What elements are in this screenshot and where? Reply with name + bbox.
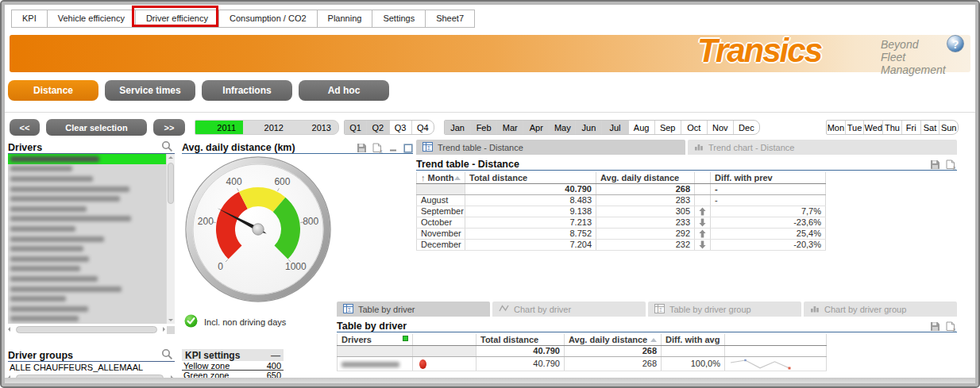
trend-month-cell[interactable]: December — [416, 240, 465, 250]
minimize-icon[interactable]: — — [271, 352, 280, 359]
month-nov[interactable]: Nov — [708, 121, 734, 134]
scroll-down-arrow-icon[interactable] — [168, 319, 173, 321]
day-thu[interactable]: Thu — [883, 121, 902, 134]
month-jul[interactable]: Jul — [602, 121, 628, 134]
driver-list-item[interactable] — [8, 214, 175, 225]
driver-list-item[interactable] — [8, 234, 175, 244]
service-times-button[interactable]: Service times — [105, 80, 195, 101]
driver-list-item[interactable] — [8, 314, 175, 325]
driver-list-item[interactable] — [8, 194, 175, 204]
quarter-q4[interactable]: Q4 — [412, 121, 434, 134]
month-oct[interactable]: Oct — [681, 121, 708, 134]
trend-avg-cell: 292 — [596, 229, 695, 239]
day-wed[interactable]: Wed — [864, 121, 883, 134]
tab-vehicle-efficiency[interactable]: Vehicle efficiency — [48, 10, 136, 28]
column-header-avg-daily-distance[interactable]: Avg. daily distance — [565, 334, 662, 345]
column-header-total-distance[interactable]: Total distance — [476, 334, 565, 345]
search-icon[interactable] — [161, 348, 173, 363]
tab-kpi[interactable]: KPI — [11, 10, 48, 28]
window-bottom-scrollbar[interactable] — [4, 378, 976, 384]
day-tue[interactable]: Tue — [846, 121, 865, 134]
driver-list-item[interactable] — [8, 224, 175, 234]
month-dec[interactable]: Dec — [734, 121, 759, 134]
tab-chart-by-driver-group[interactable]: Chart by driver group — [804, 302, 957, 317]
driver-list-item[interactable] — [8, 244, 175, 254]
tab-driver-efficiency[interactable]: Driver efficiency — [136, 10, 219, 28]
month-may[interactable]: May — [550, 121, 576, 134]
tab-chart-by-driver[interactable]: Chart by driver — [492, 302, 646, 317]
export-icon[interactable]: x — [946, 321, 957, 332]
export-icon[interactable]: x — [946, 159, 957, 170]
day-mon[interactable]: Mon — [827, 121, 846, 134]
help-icon[interactable]: ? — [947, 35, 964, 52]
month-aug[interactable]: Aug — [629, 121, 655, 134]
year-2012[interactable]: 2012 — [243, 121, 291, 134]
scrollbar-thumb[interactable] — [168, 163, 174, 204]
driver-list-item[interactable] — [8, 184, 175, 194]
driver-list-item[interactable] — [8, 254, 175, 264]
tab-table-by-driver-group[interactable]: ΣTable by driver group — [648, 302, 801, 317]
driver-group-item[interactable]: ALLE CHAUFFEURS_ALLEMAAL — [8, 362, 175, 372]
trend-month-cell[interactable] — [416, 184, 465, 194]
trend-month-cell[interactable]: August — [416, 195, 465, 206]
driver-list-item[interactable] — [8, 164, 175, 175]
ad-hoc-button[interactable]: Ad hoc — [299, 80, 389, 101]
driver-list-item[interactable] — [8, 154, 175, 164]
day-sat[interactable]: Sat — [921, 121, 940, 134]
day-sun[interactable]: Sun — [939, 121, 958, 134]
tab-trend-table-distance[interactable]: ΣTrend table - Distance — [416, 140, 685, 155]
clear-selection-button[interactable]: Clear selection — [46, 119, 147, 136]
tab-table-by-driver[interactable]: ΣTable by driver — [337, 302, 490, 317]
driver-list-item[interactable] — [8, 174, 175, 184]
scroll-up-arrow-icon[interactable] — [168, 156, 173, 159]
year-2013[interactable]: 2013 — [291, 121, 338, 134]
driver-list-item[interactable] — [8, 284, 175, 294]
save-icon[interactable] — [930, 321, 940, 332]
month-feb[interactable]: Feb — [471, 121, 497, 134]
tab-sheet7[interactable]: Sheet7 — [426, 10, 475, 28]
column-header-total-distance[interactable]: Total distance — [465, 172, 596, 183]
driver-list-item[interactable] — [8, 204, 175, 214]
column-header-avg-daily-distance[interactable]: Avg. daily distance — [596, 172, 695, 183]
driver-list-item[interactable] — [8, 294, 175, 304]
month-sep[interactable]: Sep — [655, 121, 681, 134]
drivers-vertical-scrollbar[interactable] — [166, 154, 175, 324]
driver-list-item[interactable] — [8, 274, 175, 284]
month-apr[interactable]: Apr — [523, 121, 550, 134]
save-icon[interactable] — [357, 143, 367, 153]
minimize-icon[interactable] — [389, 144, 398, 152]
driver-data-row[interactable]: 40.790268100,0% — [337, 357, 827, 371]
column-header-diff-with-avg[interactable]: Diff. with avg — [662, 334, 725, 345]
tab-consumption-co2[interactable]: Consumption / CO2 — [219, 10, 318, 28]
trend-month-cell[interactable]: October — [416, 217, 465, 228]
column-header-diff-with-prev[interactable]: Diff. with prev — [711, 172, 826, 183]
infractions-button[interactable]: Infractions — [202, 80, 292, 101]
month-jan[interactable]: Jan — [445, 121, 471, 134]
tab-settings[interactable]: Settings — [372, 10, 426, 28]
month-jun[interactable]: Jun — [576, 121, 602, 134]
quarter-q3[interactable]: Q3 — [390, 121, 412, 134]
distance-button[interactable]: Distance — [8, 80, 98, 101]
export-icon[interactable]: x — [372, 143, 384, 153]
day-fri[interactable]: Fri — [902, 121, 921, 134]
year-2011[interactable]: 2011 — [195, 121, 243, 134]
column-header-month[interactable]: ↑Month — [416, 172, 465, 183]
step-forward-button[interactable]: >> — [153, 119, 185, 136]
quarter-q2[interactable]: Q2 — [367, 121, 389, 134]
maximize-icon[interactable] — [403, 144, 413, 153]
scrollbar-thumb[interactable] — [16, 326, 157, 333]
scroll-left-arrow-icon[interactable] — [8, 327, 10, 332]
column-header-drivers[interactable]: Drivers — [337, 334, 413, 345]
drivers-horizontal-scrollbar[interactable] — [8, 325, 175, 334]
tab-planning[interactable]: Planning — [318, 10, 373, 28]
month-mar[interactable]: Mar — [497, 121, 523, 134]
save-icon[interactable] — [930, 159, 940, 170]
scroll-right-arrow-icon[interactable] — [163, 327, 165, 332]
driver-list-item[interactable] — [8, 304, 175, 314]
trend-month-cell[interactable]: November — [416, 229, 465, 239]
step-back-button[interactable]: << — [10, 119, 40, 136]
quarter-q1[interactable]: Q1 — [345, 121, 367, 134]
tab-trend-chart-distance[interactable]: Trend chart - Distance — [688, 140, 957, 155]
trend-month-cell[interactable]: September — [416, 206, 465, 217]
driver-list-item[interactable] — [8, 264, 175, 275]
